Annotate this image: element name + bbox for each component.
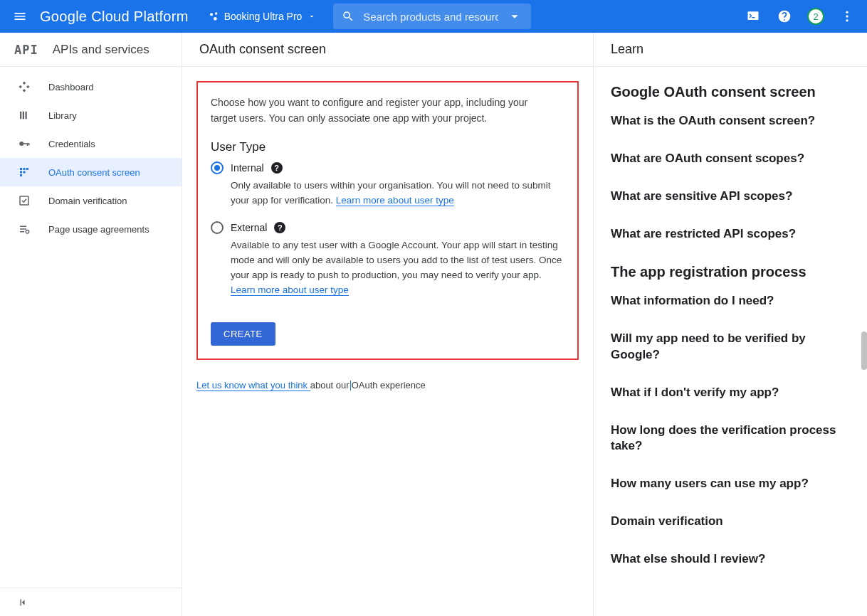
svg-rect-17 <box>26 168 28 170</box>
text-cursor <box>350 381 351 391</box>
intro-text: Choose how you want to configure and reg… <box>211 95 552 126</box>
sidebar-item-dashboard[interactable]: Dashboard <box>0 73 182 101</box>
sidebar-item-label: Library <box>48 110 77 121</box>
svg-rect-14 <box>28 143 30 145</box>
key-icon <box>17 137 31 150</box>
scrollbar-thumb[interactable] <box>861 331 867 370</box>
sidebar: API APIs and services Dashboard Library <box>0 33 182 616</box>
svg-point-5 <box>846 11 848 14</box>
radio-internal[interactable] <box>211 161 224 174</box>
radio-internal-label: Internal <box>231 162 264 174</box>
radio-external[interactable] <box>211 221 224 234</box>
project-icon <box>209 11 220 22</box>
sidebar-header[interactable]: API APIs and services <box>0 33 182 67</box>
search-input[interactable] <box>363 11 498 23</box>
learn-section-title: The app registration process <box>611 264 850 280</box>
svg-point-7 <box>846 19 848 21</box>
learn-link[interactable]: Domain verification <box>611 514 850 530</box>
sidebar-collapse[interactable] <box>0 588 182 616</box>
external-description: Available to any test user with a Google… <box>231 238 564 298</box>
learn-link[interactable]: What information do I need? <box>611 293 850 309</box>
feedback-line: Let us know what you think about ourOAut… <box>196 380 579 391</box>
highlighted-region: Choose how you want to configure and reg… <box>196 81 579 360</box>
svg-point-11 <box>19 142 23 146</box>
svg-point-2 <box>214 17 217 21</box>
sidebar-item-credentials[interactable]: Credentials <box>0 129 182 158</box>
svg-rect-21 <box>20 196 28 205</box>
sidebar-item-label: OAuth consent screen <box>48 167 140 178</box>
svg-rect-18 <box>20 171 22 174</box>
more-vert-icon[interactable] <box>833 2 861 31</box>
page-usage-icon <box>17 223 31 235</box>
learn-link[interactable]: What are OAuth consent scopes? <box>611 151 850 167</box>
learn-link[interactable]: What are sensitive API scopes? <box>611 188 850 205</box>
sidebar-item-library[interactable]: Library <box>0 101 182 129</box>
svg-rect-26 <box>21 599 22 605</box>
sidebar-item-oauth-consent[interactable]: OAuth consent screen <box>0 158 182 186</box>
learn-link[interactable]: What is the OAuth consent screen? <box>611 113 850 129</box>
svg-rect-20 <box>20 174 22 176</box>
page-title: OAuth consent screen <box>182 33 593 67</box>
learn-link[interactable]: How many users can use my app? <box>611 476 850 492</box>
search-chevron-down-icon[interactable] <box>507 9 522 24</box>
badge-count: 2 <box>807 8 824 25</box>
learn-section-title: Google OAuth consent screen <box>611 84 850 100</box>
svg-rect-4 <box>752 17 755 18</box>
learn-panel: Learn Google OAuth consent screen What i… <box>594 33 867 616</box>
dashboard-icon <box>17 80 31 93</box>
feedback-link[interactable]: Let us know what you think <box>196 380 310 391</box>
learn-panel-title: Learn <box>594 33 867 67</box>
learn-link[interactable]: What if I don't verify my app? <box>611 385 850 401</box>
svg-rect-16 <box>23 168 26 170</box>
domain-check-icon <box>17 194 31 207</box>
api-icon: API <box>14 43 38 57</box>
caret-down-icon <box>308 12 316 21</box>
search-icon <box>342 10 354 23</box>
main-content: OAuth consent screen Choose how you want… <box>182 33 594 616</box>
collapse-icon <box>17 596 30 609</box>
svg-point-25 <box>26 230 29 234</box>
external-learn-more-link[interactable]: Learn more about user type <box>231 285 349 296</box>
learn-link[interactable]: What are restricted API scopes? <box>611 226 850 243</box>
svg-rect-13 <box>27 143 28 146</box>
learn-link[interactable]: Will my app need to be verified by Googl… <box>611 331 850 363</box>
sidebar-item-label: Page usage agreements <box>48 224 149 235</box>
svg-rect-8 <box>20 112 21 120</box>
sidebar-item-domain-verification[interactable]: Domain verification <box>0 186 182 215</box>
svg-rect-19 <box>23 171 26 174</box>
svg-rect-9 <box>23 112 24 120</box>
svg-rect-10 <box>26 112 27 120</box>
svg-rect-24 <box>20 231 24 233</box>
hamburger-menu-icon[interactable] <box>6 2 34 31</box>
user-type-heading: User Type <box>211 140 564 154</box>
learn-link[interactable]: How long does the verification process t… <box>611 423 850 455</box>
svg-point-1 <box>215 12 217 14</box>
sidebar-item-label: Credentials <box>48 139 95 149</box>
notifications-badge[interactable]: 2 <box>802 2 830 31</box>
svg-rect-12 <box>23 143 29 144</box>
sidebar-item-label: Dashboard <box>48 82 94 92</box>
sidebar-item-label: Domain verification <box>48 196 127 206</box>
logo-text[interactable]: Google Cloud Platform <box>40 9 189 25</box>
learn-link[interactable]: What else should I review? <box>611 551 850 568</box>
svg-rect-22 <box>20 226 26 228</box>
help-icon[interactable] <box>770 2 799 31</box>
create-button[interactable]: CREATE <box>211 322 275 346</box>
top-header: Google Cloud Platform Booking Ultra Pro … <box>0 0 867 33</box>
internal-description: Only available to users within your orga… <box>231 179 564 208</box>
sidebar-title: APIs and services <box>53 43 149 57</box>
svg-rect-23 <box>20 228 26 230</box>
library-icon <box>17 109 31 122</box>
sidebar-item-page-usage[interactable]: Page usage agreements <box>0 215 182 243</box>
cloud-shell-icon[interactable] <box>739 2 767 31</box>
search-box[interactable] <box>333 4 531 29</box>
radio-external-label: External <box>231 222 267 233</box>
internal-learn-more-link[interactable]: Learn more about user type <box>336 195 454 206</box>
project-picker[interactable]: Booking Ultra Pro <box>203 8 322 25</box>
svg-point-0 <box>210 13 213 16</box>
svg-rect-15 <box>20 168 22 170</box>
external-help-icon[interactable]: ? <box>274 222 285 233</box>
consent-icon <box>17 166 31 179</box>
internal-help-icon[interactable]: ? <box>271 162 283 174</box>
svg-rect-3 <box>748 11 759 20</box>
